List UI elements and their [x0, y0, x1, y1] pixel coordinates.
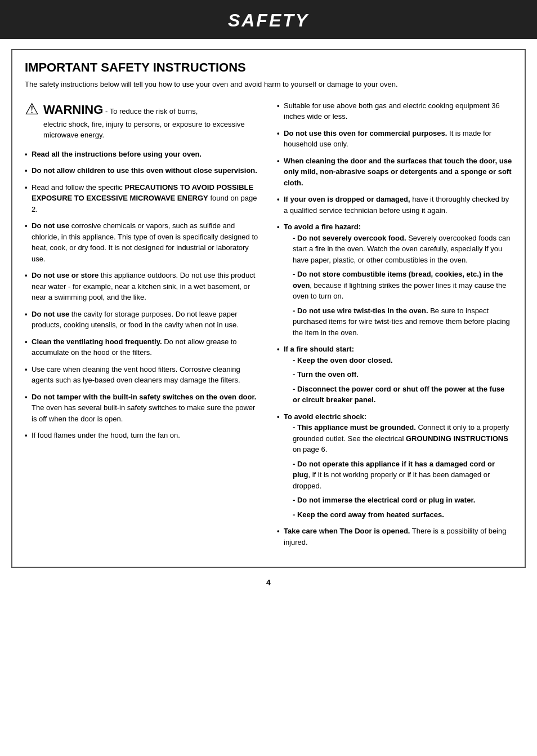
list-item: Do not allow children to use this oven w… [25, 165, 260, 176]
sub-item: - Disconnect the power cord or shut off … [284, 384, 512, 406]
list-item: Read all the instructions before using y… [25, 149, 260, 160]
list-item: Clean the ventilating hood frequently. D… [25, 336, 260, 358]
list-item: Do not use or store this appliance outdo… [25, 270, 260, 303]
warning-body: electric shock, fire, injury to persons,… [43, 120, 245, 140]
list-item: If food flames under the hood, turn the … [25, 430, 260, 441]
list-item: Do not tamper with the built-in safety s… [25, 392, 260, 425]
list-item: Take care when The Door is opened. There… [277, 526, 512, 548]
sub-item: - Do not use wire twist-ties in the oven… [284, 305, 512, 339]
main-content: IMPORTANT SAFETY INSTRUCTIONS The safety… [11, 49, 526, 568]
section-intro: The safety instructions below will tell … [25, 79, 512, 90]
list-item: Do not use corrosive chemicals or vapors… [25, 220, 260, 264]
section-title: IMPORTANT SAFETY INSTRUCTIONS [25, 60, 512, 75]
list-item: If your oven is dropped or damaged, have… [277, 194, 512, 216]
header-title: SAFETY [228, 10, 309, 30]
sub-item: - Do not store combustible items (bread,… [284, 269, 512, 302]
sub-item: - Do not severely overcook food. Severel… [284, 233, 512, 266]
list-item: Do not use the cavity for storage purpos… [25, 309, 260, 331]
warning-icon: ⚠ [25, 101, 39, 117]
warning-dash: - To reduce the risk of burns, [103, 107, 198, 115]
list-item: Do not use this oven for commercial purp… [277, 128, 512, 150]
list-item: To avoid a fire hazard: - Do not severel… [277, 221, 512, 338]
right-column: Suitable for use above both gas and elec… [277, 100, 512, 554]
sub-item: - Do not operate this appliance if it ha… [284, 459, 512, 492]
warning-title: WARNING [43, 103, 103, 117]
sub-item: - This appliance must be grounded. Conne… [284, 422, 512, 455]
list-item: When cleaning the door and the surfaces … [277, 155, 512, 189]
list-item: Read and follow the specific PRECAUTIONS… [25, 182, 260, 215]
sub-item: - Keep the cord away from heated surface… [284, 509, 512, 521]
sub-item: - Turn the oven off. [284, 369, 512, 380]
warning-block: ⚠ WARNING - To reduce the risk of burns,… [25, 100, 260, 141]
list-item: If a fire should start: - Keep the oven … [277, 344, 512, 406]
left-bullet-list: Read all the instructions before using y… [25, 149, 260, 441]
left-column: ⚠ WARNING - To reduce the risk of burns,… [25, 100, 260, 554]
sub-item: - Do not immerse the electrical cord or … [284, 495, 512, 506]
page-number: 4 [0, 578, 537, 587]
right-bullet-list: Suitable for use above both gas and elec… [277, 100, 512, 548]
list-item: Use care when cleaning the vent hood fil… [25, 364, 260, 386]
page-header: SAFETY [0, 0, 537, 39]
sub-item: - Keep the oven door closed. [284, 355, 512, 366]
list-item: Suitable for use above both gas and elec… [277, 100, 512, 122]
warning-text: WARNING - To reduce the risk of burns, e… [43, 100, 260, 141]
list-item: To avoid electric shock: - This applianc… [277, 411, 512, 521]
